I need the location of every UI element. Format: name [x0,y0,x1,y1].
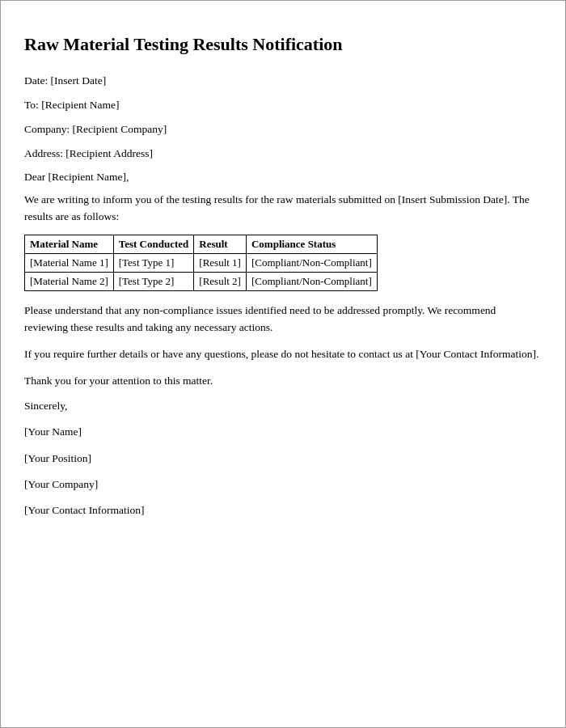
signature-company: [Your Company] [24,476,542,493]
table-cell-0-1: [Test Type 1] [113,254,194,273]
table-cell-1-2: [Result 2] [194,273,247,291]
table-cell-1-1: [Test Type 2] [113,273,194,291]
signature-position: [Your Position] [24,451,542,467]
date-line: Date: [Insert Date] [24,73,542,89]
table-header-row: Material Name Test Conducted Result Comp… [25,235,378,254]
address-line: Address: [Recipient Address] [24,146,542,162]
results-table: Material Name Test Conducted Result Comp… [24,235,378,291]
table-cell-0-0: [Material Name 1] [25,254,114,273]
page-container: Raw Material Testing Results Notificatio… [0,0,566,728]
body-paragraph-3: If you require further details or have a… [24,346,542,363]
table-cell-0-3: [Compliant/Non-Compliant] [246,254,377,273]
salutation: Dear [Recipient Name], [24,171,542,184]
to-line: To: [Recipient Name] [24,97,542,113]
col-header-compliance-status: Compliance Status [246,235,377,254]
document: Raw Material Testing Results Notificatio… [24,1,542,561]
body-paragraph-1: We are writing to inform you of the test… [24,192,542,226]
col-header-result: Result [194,235,247,254]
body-paragraph-2: Please understand that any non-complianc… [24,303,542,336]
table-row: [Material Name 2][Test Type 2][Result 2]… [25,273,378,291]
signature-name: [Your Name] [24,424,542,440]
table-cell-1-0: [Material Name 2] [25,273,114,291]
closing-salutation: Sincerely, [24,398,542,414]
signature-block: Sincerely, [Your Name] [Your Position] [… [24,398,542,518]
table-row: [Material Name 1][Test Type 1][Result 1]… [25,254,378,273]
document-title: Raw Material Testing Results Notificatio… [24,33,542,57]
col-header-test-conducted: Test Conducted [113,235,194,254]
signature-contact: [Your Contact Information] [24,502,542,518]
col-header-material-name: Material Name [25,235,114,254]
company-line: Company: [Recipient Company] [24,121,542,138]
table-cell-0-2: [Result 1] [194,254,247,273]
thank-you-line: Thank you for your attention to this mat… [24,373,542,390]
table-cell-1-3: [Compliant/Non-Compliant] [246,273,377,291]
